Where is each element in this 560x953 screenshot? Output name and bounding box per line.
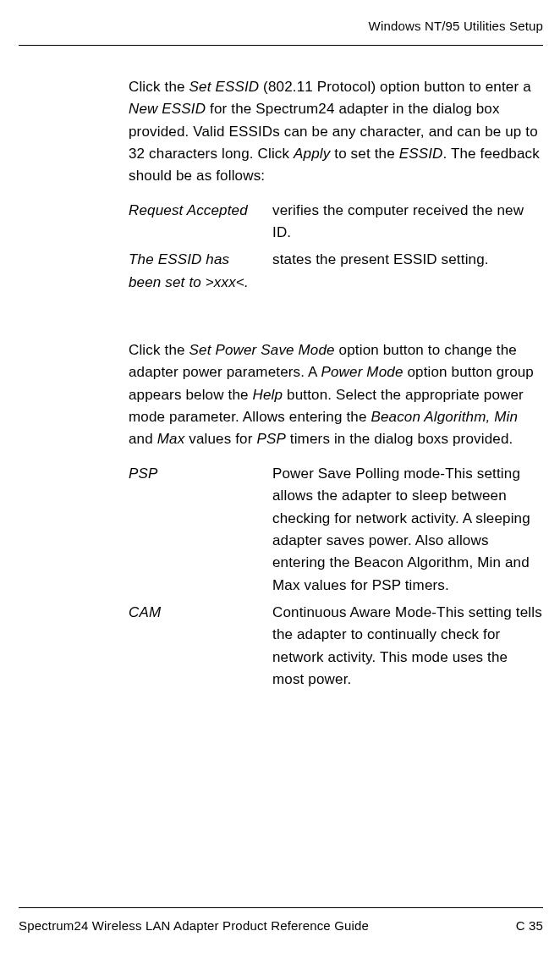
definition-row: PSP Power Save Polling mode-This setting…	[129, 463, 543, 597]
text: (802.11 Protocol) option button to enter…	[259, 79, 531, 95]
footer-page-number: C 35	[516, 918, 543, 933]
text-italic: PSP	[256, 431, 286, 447]
definition-row: The ESSID has been set to >xxx<. states …	[129, 249, 543, 294]
definition-row: CAM Continuous Aware Mode-This setting t…	[129, 602, 543, 691]
text-italic: Apply	[294, 146, 330, 162]
definition-list-power: PSP Power Save Polling mode-This setting…	[129, 463, 543, 691]
definition-desc: Continuous Aware Mode-This setting tells…	[272, 602, 543, 691]
definition-desc: states the present ESSID setting.	[272, 249, 543, 294]
footer-title: Spectrum24 Wireless LAN Adapter Product …	[19, 918, 369, 933]
text: timers in the dialog boxs provided.	[286, 431, 513, 447]
text-italic: Beacon Algorithm, Min	[371, 409, 518, 425]
text: Click the	[129, 79, 189, 95]
text-italic: ESSID	[399, 146, 443, 162]
text-italic: Max	[157, 431, 185, 447]
text-italic: New ESSID	[129, 101, 206, 117]
text-italic: Set Power Save Mode	[189, 342, 335, 358]
text: and	[129, 431, 157, 447]
definition-row: Request Accepted verifies the computer r…	[129, 200, 543, 245]
paragraph-power: Click the Set Power Save Mode option but…	[129, 339, 543, 451]
definition-term: Request Accepted	[129, 200, 272, 245]
text-italic: Set ESSID	[189, 79, 260, 95]
text: values for	[184, 431, 256, 447]
definition-list-essid: Request Accepted verifies the computer r…	[129, 200, 543, 294]
definition-term: CAM	[129, 602, 272, 691]
page-header: Windows NT/95 Utilities Setup	[19, 19, 543, 46]
text: Click the	[129, 342, 189, 358]
definition-term: The ESSID has been set to >xxx<.	[129, 249, 272, 294]
text: to set the	[330, 146, 398, 162]
page-footer: Spectrum24 Wireless LAN Adapter Product …	[19, 907, 543, 953]
page-content: Click the Set ESSID (802.11 Protocol) op…	[19, 76, 543, 907]
paragraph-essid: Click the Set ESSID (802.11 Protocol) op…	[129, 76, 543, 188]
text-italic: Power Mode	[321, 364, 404, 380]
text-italic: Help	[253, 387, 283, 403]
definition-term: PSP	[129, 463, 272, 597]
definition-desc: verifies the computer received the new I…	[272, 200, 543, 245]
definition-desc: Power Save Polling mode-This setting all…	[272, 463, 543, 597]
